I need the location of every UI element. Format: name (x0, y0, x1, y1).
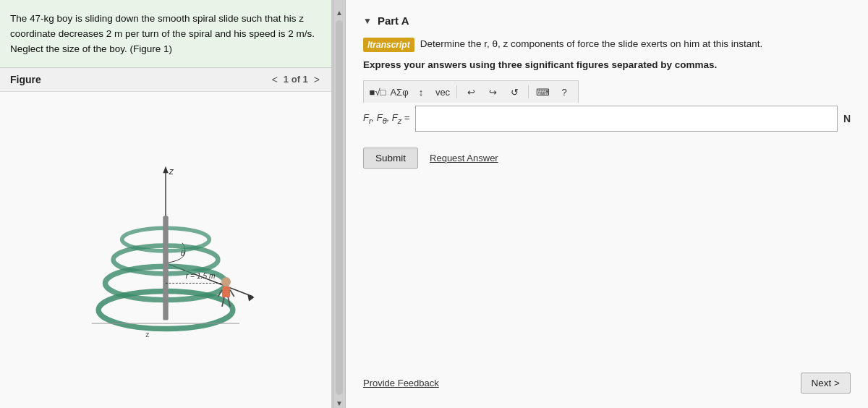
question-text: Determine the r, θ, z components of forc… (420, 37, 762, 51)
problem-text-box: The 47-kg boy is sliding down the smooth… (0, 0, 331, 68)
svg-point-14 (221, 277, 231, 286)
math-toolbar-container: ■√□ ΑΣφ ↕ vec ↩ ↪ ↺ ⌨ (363, 80, 851, 132)
prev-figure-button[interactable]: < (271, 74, 279, 85)
transcript-row: ltranscript Determine the r, θ, z compon… (363, 37, 851, 52)
question-section: ltranscript Determine the r, θ, z compon… (363, 37, 851, 70)
submit-row: Submit Request Answer (363, 148, 851, 169)
spiral-slide-figure: z θ r = 1.5 m (50, 156, 281, 344)
arrows-btn[interactable]: ↕ (412, 84, 430, 100)
vec-btn[interactable]: vec (433, 84, 452, 100)
redo-btn[interactable]: ↪ (483, 84, 502, 100)
keyboard-btn[interactable]: ⌨ (533, 84, 552, 100)
svg-rect-15 (222, 286, 230, 297)
svg-text:z: z (145, 331, 149, 339)
next-figure-button[interactable]: > (312, 74, 321, 85)
redo-icon: ↪ (489, 87, 497, 98)
undo-btn[interactable]: ↩ (461, 84, 480, 100)
submit-button[interactable]: Submit (363, 148, 418, 169)
left-panel: The 47-kg boy is sliding down the smooth… (0, 0, 333, 408)
scroll-down-arrow[interactable]: ▼ (334, 398, 344, 408)
answer-unit: N (843, 113, 851, 124)
answer-input[interactable] (415, 106, 837, 132)
transcript-badge[interactable]: ltranscript (363, 38, 414, 52)
figure-label: Figure (10, 74, 41, 85)
svg-text:z: z (169, 166, 174, 177)
figure-count: 1 of 1 (284, 74, 308, 85)
toolbar-separator-1 (456, 85, 457, 98)
bottom-row: Provide Feedback Next > (363, 365, 851, 394)
answer-row: Fr, Fθ, Fz = N (363, 106, 851, 132)
part-collapse-arrow[interactable]: ▼ (363, 16, 372, 26)
answer-label: Fr, Fθ, Fz = (363, 112, 409, 125)
svg-rect-11 (163, 216, 168, 320)
symbols-icon: ΑΣφ (390, 87, 408, 98)
part-label: Part A (378, 14, 409, 27)
problem-statement: The 47-kg boy is sliding down the smooth… (10, 13, 315, 54)
arrows-icon: ↕ (419, 87, 424, 98)
part-header: ▼ Part A (363, 14, 851, 27)
toolbar-separator-2 (528, 85, 529, 98)
left-panel-scrollbar[interactable]: ▲ ▼ (333, 0, 346, 408)
refresh-icon: ↺ (511, 87, 519, 98)
undo-icon: ↩ (467, 87, 475, 98)
right-panel: ▼ Part A ltranscript Determine the r, θ,… (346, 0, 868, 408)
math-toolbar: ■√□ ΑΣφ ↕ vec ↩ ↪ ↺ ⌨ (363, 80, 579, 103)
refresh-btn[interactable]: ↺ (505, 84, 524, 100)
next-label: Next > (812, 378, 840, 388)
instructions-text: Express your answers using three signifi… (363, 59, 851, 70)
scroll-track (336, 20, 343, 395)
figure-header: Figure < 1 of 1 > (0, 68, 331, 92)
request-answer-link[interactable]: Request Answer (430, 153, 498, 163)
symbols-btn[interactable]: ΑΣφ (390, 84, 409, 100)
figure-area: z θ r = 1.5 m (0, 92, 331, 408)
keyboard-icon: ⌨ (536, 87, 550, 98)
figure-navigation: < 1 of 1 > (271, 74, 321, 85)
matrix-icon: ■√□ (370, 87, 386, 98)
next-button[interactable]: Next > (801, 373, 851, 394)
scroll-up-arrow[interactable]: ▲ (334, 7, 344, 17)
help-icon: ? (561, 87, 566, 98)
provide-feedback-link[interactable]: Provide Feedback (363, 378, 439, 388)
svg-text:r = 1.5 m: r = 1.5 m (186, 272, 216, 280)
help-btn[interactable]: ? (555, 84, 574, 100)
matrix-icon-btn[interactable]: ■√□ (368, 84, 387, 100)
vec-label: vec (435, 87, 450, 98)
